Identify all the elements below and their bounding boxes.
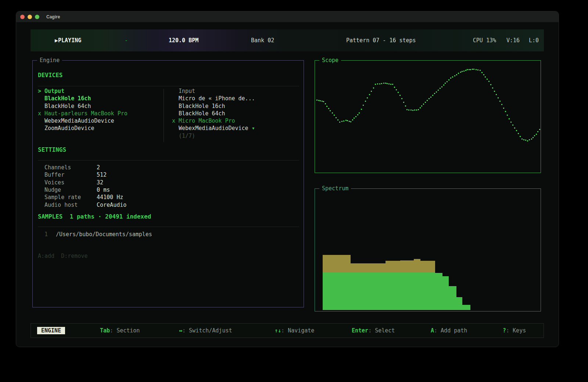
transport-bar: ▶ PLAYING - 120.0 BPM Bank 02 Pattern 07… — [31, 29, 544, 51]
samples-title: SAMPLES — [38, 213, 62, 220]
scope-dot — [410, 109, 412, 111]
scope-dot — [469, 69, 470, 70]
divider — [38, 227, 299, 227]
scope-dot — [518, 133, 519, 134]
scope-dot — [452, 76, 453, 78]
scope-dot — [322, 101, 323, 102]
shortcut-separator: : — [281, 327, 288, 334]
divider — [38, 160, 299, 161]
device-label: Micro de « iPhone de... — [179, 95, 255, 102]
transport-tick: - — [125, 37, 128, 44]
scope-dot — [406, 109, 408, 110]
device-item[interactable]: BlackHole 16ch — [172, 102, 299, 110]
scope-dot — [421, 105, 422, 107]
setting-row[interactable]: Nudge0 ms — [44, 187, 110, 193]
scope-dot — [485, 76, 486, 78]
zoom-button[interactable] — [35, 15, 39, 19]
scope-dot — [365, 101, 366, 102]
scope-dot — [525, 140, 526, 141]
scope-dot — [434, 93, 435, 94]
device-item[interactable]: BlackHole 64ch — [38, 102, 159, 110]
devices-heading: DEVICES — [38, 72, 62, 79]
traffic-lights — [20, 15, 39, 19]
scope-dot — [316, 100, 318, 101]
scope-dot — [472, 69, 473, 70]
setting-row[interactable]: Sample rate44100 Hz — [44, 194, 123, 201]
spectrum-level-band — [456, 297, 462, 310]
scope-dot — [514, 127, 515, 129]
spectrum-peak-band — [420, 261, 435, 273]
voices-meter: V:16 — [506, 37, 520, 44]
spectrum-peak-band — [414, 259, 420, 273]
scope-dot — [387, 83, 388, 84]
shortcut-hint: ↑↓: Navigate — [275, 327, 314, 334]
device-active-marker — [172, 102, 179, 110]
device-item[interactable]: xMicro MacBook Pro — [172, 117, 299, 125]
bank-display: Bank 02 — [251, 37, 274, 44]
device-item[interactable]: xHaut-parleurs MacBook Pro — [38, 110, 159, 117]
scope-dot — [494, 91, 495, 92]
scope-dot — [537, 131, 538, 132]
sample-path-row[interactable]: 1/Users/bubo/Documents/samples — [44, 231, 152, 238]
spectrum-level-band — [420, 273, 435, 310]
scroll-down-icon: ▾ — [252, 125, 255, 132]
scope-dot — [520, 136, 521, 137]
spectrum-peak-band — [351, 263, 386, 273]
shortcut-separator: : — [506, 327, 513, 334]
scope-dot — [443, 84, 444, 86]
scope-dot — [473, 69, 474, 70]
setting-row[interactable]: Channels2 — [44, 164, 100, 171]
shortcut-hint: Enter: Select — [352, 327, 395, 334]
bpm-display: 120.0 BPM — [169, 37, 198, 44]
scope-dot — [385, 83, 386, 84]
spectrum-peak-band — [386, 261, 400, 273]
scope-panel: Scope — [315, 60, 541, 173]
device-item[interactable]: ZoomAudioDevice — [38, 125, 159, 132]
shortcut-separator: : — [182, 327, 189, 334]
device-item[interactable]: WebexMediaAudioDevice▾ — [172, 125, 299, 132]
scope-dot — [465, 70, 466, 71]
divider — [38, 86, 299, 86]
device-item[interactable]: Micro de « iPhone de... — [172, 95, 299, 102]
scope-dot — [521, 138, 523, 140]
close-button[interactable] — [20, 15, 25, 19]
scope-dot — [507, 115, 508, 116]
scope-dot — [505, 111, 506, 112]
setting-row[interactable]: Voices32 — [44, 179, 103, 186]
device-item[interactable]: BlackHole 64ch — [172, 110, 299, 117]
device-item[interactable]: WebexMediaAudioDevice — [38, 117, 159, 125]
scope-dot — [355, 116, 356, 117]
scope-dot — [357, 114, 358, 115]
scope-dot — [339, 122, 340, 123]
scope-dot — [328, 108, 329, 109]
setting-value: 44100 Hz — [97, 194, 123, 201]
shortcut-label: Keys — [513, 327, 526, 334]
setting-row[interactable]: Audio hostCoreAudio — [44, 202, 126, 208]
output-header-row[interactable]: > Output — [38, 87, 159, 95]
input-header-row[interactable]: Input — [172, 87, 299, 95]
scope-dot — [405, 105, 406, 107]
device-active-marker: x — [172, 117, 179, 125]
device-item[interactable]: BlackHole 16ch — [38, 95, 159, 102]
scope-dot — [516, 130, 517, 131]
spectrum-level-band — [449, 286, 456, 310]
shortcut-label: Switch/Adjust — [189, 327, 232, 334]
window-titlebar: Cagire — [16, 11, 559, 22]
spectrum-level-band — [400, 273, 414, 310]
scope-dot — [536, 134, 537, 135]
scope-dot — [456, 74, 457, 75]
transport-state-label: PLAYING — [58, 37, 81, 44]
setting-label: Sample rate — [44, 194, 97, 201]
setting-label: Buffer — [44, 172, 97, 178]
device-active-marker — [172, 125, 179, 132]
scope-dot — [429, 98, 430, 99]
minimize-button[interactable] — [28, 15, 32, 19]
scope-dot — [458, 73, 459, 74]
setting-row[interactable]: Buffer512 — [44, 172, 107, 178]
scope-dot — [337, 119, 338, 120]
scope-dot — [341, 121, 343, 122]
scope-dot — [326, 106, 327, 107]
scope-dot — [477, 69, 478, 71]
scope-dot — [427, 100, 428, 101]
desktop: Cagire ▶ PLAYING - 120.0 BPM Bank 02 Pat… — [0, 0, 588, 382]
